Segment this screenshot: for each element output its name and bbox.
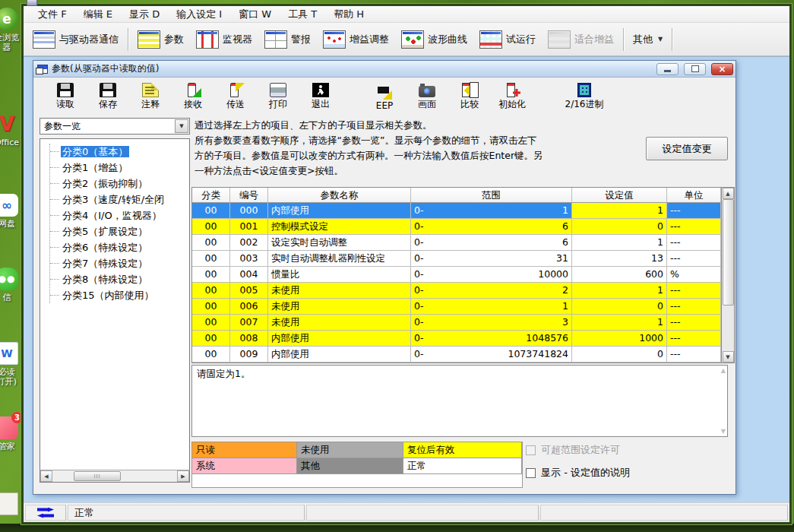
param-toolbar-button-传送[interactable]: 传送	[214, 83, 257, 111]
toolbar-button-监视器[interactable]: 监视器	[190, 27, 258, 52]
table-header-cell: 范围	[411, 188, 572, 203]
table-vertical-scrollbar[interactable]: ▲ ▼	[722, 187, 735, 363]
parameter-description-box[interactable]: 请固定为1。 ▲ ▼	[191, 365, 728, 437]
table-row[interactable]: 00007未使用0-31---	[192, 315, 721, 331]
scrollbar-thumb[interactable]: III	[74, 471, 121, 481]
param-toolbar-label: 2/16进制	[565, 99, 604, 109]
tree-item[interactable]: 分类4（I/O，监视器）	[50, 207, 189, 223]
checkbox-可超范围设定许可: 可超范围设定许可	[526, 443, 731, 457]
cell-set-value[interactable]: 0	[572, 347, 667, 363]
tree-item[interactable]: 分类15（内部使用）	[50, 287, 189, 303]
param-toolbar-button-保存[interactable]: 保存	[87, 83, 129, 111]
cell-set-value[interactable]: 1	[572, 315, 667, 331]
tree-horizontal-scrollbar[interactable]: ◀ III ▶	[40, 470, 190, 483]
range-max: 6	[562, 235, 568, 250]
change-value-button[interactable]: 设定值变更	[646, 137, 728, 160]
menu-item-w[interactable]: 窗口 W	[230, 6, 280, 23]
scroll-up-icon[interactable]: ▲	[723, 188, 734, 199]
param-toolbar-button-2/16进制[interactable]: 2/16进制	[555, 83, 614, 111]
tree-item[interactable]: 分类0（基本）	[50, 144, 189, 160]
menu-item-t[interactable]: 工具 T	[280, 6, 325, 23]
toolbar-button-参数[interactable]: 参数	[131, 27, 190, 52]
table-header-cell: 分类	[192, 188, 230, 203]
table-row[interactable]: 00005未使用0-21---	[192, 283, 721, 299]
status-section-3	[540, 505, 788, 521]
param-toolbar-button-EEP[interactable]: EEP	[363, 85, 406, 111]
table-row[interactable]: 00009内部使用0-10737418240---	[192, 347, 721, 363]
parameter-window-icon	[37, 65, 48, 74]
checkbox-显示 - 设定值的说明[interactable]: 显示 - 设定值的说明	[526, 466, 731, 480]
param-toolbar-button-比较[interactable]: 比较	[448, 83, 491, 111]
range-max: 31	[556, 251, 568, 266]
scroll-left-icon[interactable]: ◀	[40, 470, 52, 482]
tree-item[interactable]: 分类8（特殊设定）	[50, 271, 189, 287]
cell-range: 0-1	[411, 203, 572, 219]
scroll-right-icon[interactable]: ▶	[177, 470, 189, 482]
cell-set-value[interactable]: 0	[572, 219, 667, 235]
param-toolbar-button-初始化[interactable]: 初始化	[491, 83, 533, 111]
menu-item-e[interactable]: 编辑 E	[75, 6, 121, 23]
checkbox-icon[interactable]	[526, 468, 536, 478]
legend-cell-复位后有效: 复位后有效	[403, 442, 522, 458]
tree-item[interactable]: 分类2（振动抑制）	[50, 176, 189, 192]
legend-cell-其他: 其他	[297, 458, 403, 474]
cell-set-value[interactable]: 0	[572, 299, 667, 315]
cell-class: 00	[192, 219, 230, 235]
tree-item[interactable]: 分类7（特殊设定）	[50, 255, 189, 271]
menu-item-i[interactable]: 输入设定 I	[168, 6, 230, 23]
toolbar-button-警报[interactable]: 警报	[258, 27, 317, 52]
cell-set-value[interactable]: 1	[572, 235, 667, 251]
cell-set-value[interactable]: 1000	[572, 331, 667, 347]
table-row[interactable]: 00004惯量比0-10000600%	[192, 267, 721, 283]
tree-item[interactable]: 分类1（增益）	[50, 160, 189, 176]
cell-set-value[interactable]: 1	[572, 203, 667, 219]
menu-bar: 文件 F编辑 E显示 D输入设定 I窗口 W工具 T帮助 H	[24, 6, 789, 23]
param-toolbar-button-读取[interactable]: 读取	[44, 83, 87, 111]
toolbar-button-其他[interactable]: 其他▼	[627, 30, 669, 49]
toolbar-button-与驱动器通信[interactable]: 与驱动器通信	[27, 27, 125, 52]
eep-icon	[376, 85, 393, 100]
browser-icon: e	[0, 8, 18, 30]
tree-item-label: 分类2（振动抑制）	[61, 178, 149, 189]
toolbar-button-波形曲线[interactable]: 波形曲线	[395, 27, 473, 52]
cell-number: 002	[230, 235, 268, 251]
param-toolbar-button-退出[interactable]: 退出	[299, 83, 342, 111]
restore-button[interactable]	[684, 63, 706, 75]
table-row[interactable]: 00002设定实时自动调整0-61---	[192, 235, 721, 251]
param-toolbar-button-画面[interactable]: 画面	[406, 84, 448, 111]
table-row[interactable]: 00006未使用0-10---	[192, 299, 721, 315]
cell-number: 003	[230, 251, 268, 267]
tree-item[interactable]: 分类5（扩展设定）	[50, 223, 189, 239]
table-row[interactable]: 00008内部使用0-10485761000---	[192, 331, 721, 347]
chevron-down-icon: ▼	[658, 36, 663, 43]
tree-item[interactable]: 分类3（速度/转矩/全闭	[50, 192, 189, 207]
menu-item-f[interactable]: 文件 F	[30, 6, 75, 23]
cell-param-name: 实时自动调整机器刚性设定	[268, 251, 411, 267]
param-toolbar-button-注释[interactable]: 注释	[129, 83, 172, 111]
view-selector-combobox[interactable]: 参数一览 ▼	[40, 118, 190, 135]
toolbar-button-增益调整[interactable]: 增益调整	[317, 27, 395, 52]
legend-cell-系统: 系统	[192, 458, 297, 474]
table-header-cell: 设定值	[572, 188, 667, 203]
fit-icon	[548, 30, 571, 49]
parameter-window-titlebar[interactable]: 参数(从驱动器中读取的值) ×	[33, 61, 735, 78]
cell-set-value[interactable]: 1	[572, 283, 667, 299]
cell-set-value[interactable]: 13	[572, 251, 667, 267]
table-row[interactable]: 00000内部使用0-11---	[192, 203, 721, 219]
scroll-down-icon[interactable]: ▼	[723, 351, 734, 363]
cell-class: 00	[192, 347, 230, 363]
close-button[interactable]: ×	[711, 63, 733, 75]
menu-item-d[interactable]: 显示 D	[121, 6, 168, 23]
menu-item-h[interactable]: 帮助 H	[325, 6, 372, 23]
parameter-window-title: 参数(从驱动器中读取的值)	[52, 62, 651, 75]
param-toolbar-button-接收[interactable]: 接收	[172, 83, 214, 111]
scrollbar-thumb[interactable]	[723, 199, 734, 306]
minimize-button[interactable]	[656, 63, 679, 75]
cell-set-value[interactable]: 600	[572, 267, 667, 283]
combobox-dropdown-button[interactable]: ▼	[175, 119, 188, 133]
param-toolbar-button-打印[interactable]: 打印	[257, 83, 299, 111]
toolbar-button-试运行[interactable]: 试运行	[473, 27, 542, 52]
table-row[interactable]: 00001控制模式设定0-60---	[192, 219, 721, 235]
table-row[interactable]: 00003实时自动调整机器刚性设定0-3113---	[192, 251, 721, 267]
tree-item[interactable]: 分类6（特殊设定）	[50, 239, 189, 255]
